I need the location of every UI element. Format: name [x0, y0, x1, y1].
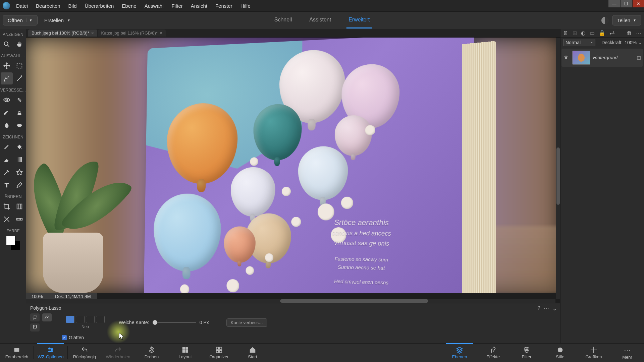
- layer-lock-icon[interactable]: ⊞: [637, 55, 641, 61]
- smart-brush-tool[interactable]: [1, 107, 13, 119]
- recompose-tool[interactable]: [13, 200, 25, 213]
- minimize-button[interactable]: —: [608, 0, 620, 7]
- close-tab-icon[interactable]: ×: [160, 31, 162, 36]
- rotate-button[interactable]: Drehen: [135, 344, 168, 362]
- filters-button[interactable]: Filter: [510, 344, 543, 362]
- layer-visibility-icon[interactable]: 👁: [564, 55, 570, 61]
- create-button[interactable]: Erstellen▼: [41, 15, 74, 25]
- healing-tool[interactable]: [13, 94, 25, 106]
- layout-button[interactable]: Layout: [168, 344, 202, 362]
- redeye-tool[interactable]: [1, 94, 13, 106]
- close-button[interactable]: ✕: [633, 0, 644, 7]
- menu-view[interactable]: Ansicht: [187, 2, 211, 10]
- mask-icon[interactable]: ▭: [590, 30, 595, 36]
- sponge-tool[interactable]: [13, 119, 25, 131]
- mode-quick[interactable]: Schnell: [272, 12, 294, 28]
- lasso-variant-freehand[interactable]: [30, 313, 40, 321]
- crop-tool[interactable]: [1, 200, 13, 213]
- straighten-tool[interactable]: [13, 213, 25, 225]
- adjustment-layer-icon[interactable]: ◐: [581, 30, 586, 36]
- gradient-tool[interactable]: [13, 154, 25, 166]
- canvas-area[interactable]: Srtöce aeranthis concins a hed ancecs Vr…: [26, 38, 560, 303]
- pencil-tool[interactable]: [13, 179, 25, 191]
- paint-bucket-tool[interactable]: [13, 141, 25, 153]
- undo-button[interactable]: Rückgängig: [68, 344, 101, 362]
- menu-file[interactable]: Datei: [13, 2, 31, 10]
- panel-menu-icon[interactable]: ⋯: [636, 30, 641, 36]
- styles-button[interactable]: Stile: [543, 344, 577, 362]
- color-swatches[interactable]: [6, 236, 20, 250]
- layer-group-icon[interactable]: ⊞: [573, 30, 577, 36]
- opacity-dropdown-icon[interactable]: ⌄: [639, 41, 641, 45]
- delete-layer-icon[interactable]: 🗑: [627, 30, 632, 36]
- menu-window[interactable]: Fenster: [212, 2, 236, 10]
- close-tab-icon[interactable]: ×: [91, 31, 94, 36]
- mode-guided[interactable]: Assistent: [307, 12, 333, 28]
- menu-enhance[interactable]: Überarbeiten: [82, 2, 117, 10]
- refine-edge-button[interactable]: Kante verbess…: [226, 318, 267, 327]
- menu-select[interactable]: Auswahl: [141, 2, 167, 10]
- feather-slider[interactable]: [153, 322, 196, 323]
- magic-wand-tool[interactable]: [13, 72, 25, 84]
- content-aware-tool[interactable]: [1, 213, 13, 225]
- clone-stamp-tool[interactable]: [13, 107, 25, 119]
- feather-value[interactable]: 0 Px: [200, 320, 209, 325]
- link-layers-icon[interactable]: ⮂: [609, 30, 615, 36]
- menu-filter[interactable]: Filter: [168, 2, 186, 10]
- bottom-bar: Fotobereich WZ-Optionen Rückgängig Wiede…: [0, 343, 644, 362]
- collapse-icon[interactable]: ⌄: [552, 305, 557, 312]
- marquee-tool[interactable]: [13, 60, 25, 72]
- help-icon[interactable]: ?: [537, 305, 540, 312]
- brush-tool[interactable]: [1, 141, 13, 153]
- more-button[interactable]: ⋯Mehr: [610, 344, 644, 362]
- selection-mode-new[interactable]: [66, 316, 74, 323]
- maximize-button[interactable]: ❐: [621, 0, 632, 7]
- hand-tool[interactable]: [13, 38, 25, 50]
- move-tool[interactable]: [1, 60, 13, 72]
- tool-options-button[interactable]: WZ-Optionen: [34, 344, 67, 362]
- opacity-value[interactable]: 100%: [625, 40, 637, 45]
- mode-expert[interactable]: Erweitert: [346, 12, 372, 28]
- text-tool[interactable]: [1, 179, 13, 191]
- layer-thumbnail[interactable]: [572, 51, 590, 65]
- organizer-button[interactable]: Organizer: [202, 344, 236, 362]
- layers-button[interactable]: Ebenen: [443, 344, 476, 362]
- photo-bin-button[interactable]: Fotobereich: [0, 344, 34, 362]
- home-button[interactable]: Start: [236, 344, 269, 362]
- blend-mode-select[interactable]: Normal⌄: [563, 39, 595, 46]
- zoom-tool[interactable]: [1, 38, 13, 50]
- theme-toggle-icon[interactable]: [601, 17, 609, 24]
- effects-button[interactable]: Effekte: [476, 344, 510, 362]
- selection-mode-intersect[interactable]: [96, 316, 105, 323]
- document-tab[interactable]: Katze.jpg bei 116% (RGB/8)*×: [98, 29, 166, 37]
- graphics-button[interactable]: Grafiken: [577, 344, 610, 362]
- menu-help[interactable]: Hilfe: [237, 2, 254, 10]
- selection-mode-add[interactable]: [76, 316, 85, 323]
- menu-icon[interactable]: ⋯: [544, 305, 549, 312]
- redo-button[interactable]: Wiederholen: [101, 344, 135, 362]
- antialias-checkbox[interactable]: ✓: [62, 335, 67, 340]
- shape-tool[interactable]: [13, 166, 25, 178]
- menu-edit[interactable]: Bearbeiten: [33, 2, 64, 10]
- blur-tool[interactable]: [1, 119, 13, 131]
- lasso-variant-magnetic[interactable]: [30, 323, 40, 331]
- open-button[interactable]: Öffnen▼: [3, 15, 38, 25]
- menu-image[interactable]: Bild: [65, 2, 80, 10]
- lasso-variant-polygon[interactable]: [42, 313, 52, 321]
- scrollbar-horizontal[interactable]: [26, 299, 555, 303]
- lasso-tool[interactable]: [1, 72, 13, 84]
- selection-mode-subtract[interactable]: [86, 316, 95, 323]
- doc-info[interactable]: Dok: 11,4M/11,4M: [48, 293, 97, 300]
- eyedropper-tool[interactable]: [1, 166, 13, 178]
- foreground-color-swatch[interactable]: [6, 236, 15, 245]
- layer-row[interactable]: 👁 Hintergrund ⊞: [561, 49, 643, 67]
- share-button[interactable]: Teilen▼: [612, 15, 641, 25]
- lock-layer-icon[interactable]: 🔒: [599, 30, 605, 36]
- menu-layer[interactable]: Ebene: [118, 2, 140, 10]
- layer-name[interactable]: Hintergrund: [593, 55, 618, 60]
- new-layer-icon[interactable]: 🗎: [563, 30, 569, 36]
- zoom-level[interactable]: 100%: [26, 293, 48, 300]
- eraser-tool[interactable]: [1, 154, 13, 166]
- document-tab-active[interactable]: Buch.jpeg bei 100% (RGB/8)*×: [28, 29, 97, 37]
- scrollbar-vertical[interactable]: [556, 38, 560, 299]
